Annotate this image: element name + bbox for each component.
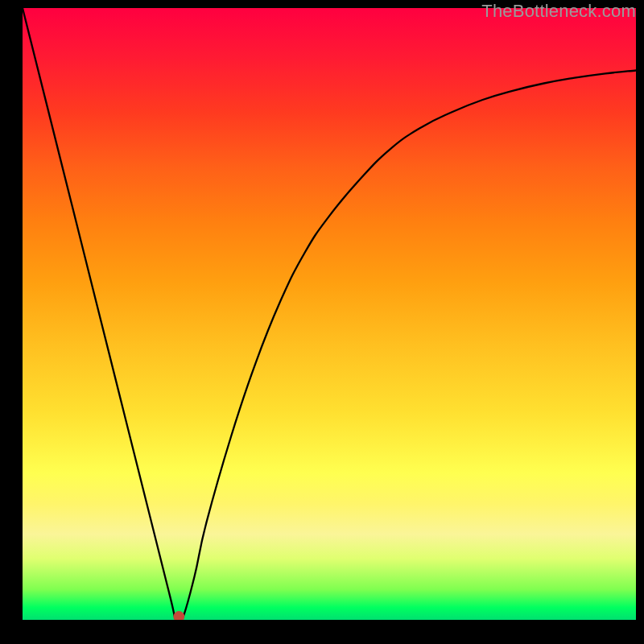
bottleneck-curve bbox=[23, 8, 636, 620]
watermark-text: TheBottleneck.com bbox=[481, 1, 636, 22]
minimum-marker bbox=[174, 612, 184, 621]
plot-area bbox=[23, 8, 636, 620]
outer-frame: TheBottleneck.com bbox=[0, 0, 644, 644]
curve-layer bbox=[23, 8, 636, 620]
